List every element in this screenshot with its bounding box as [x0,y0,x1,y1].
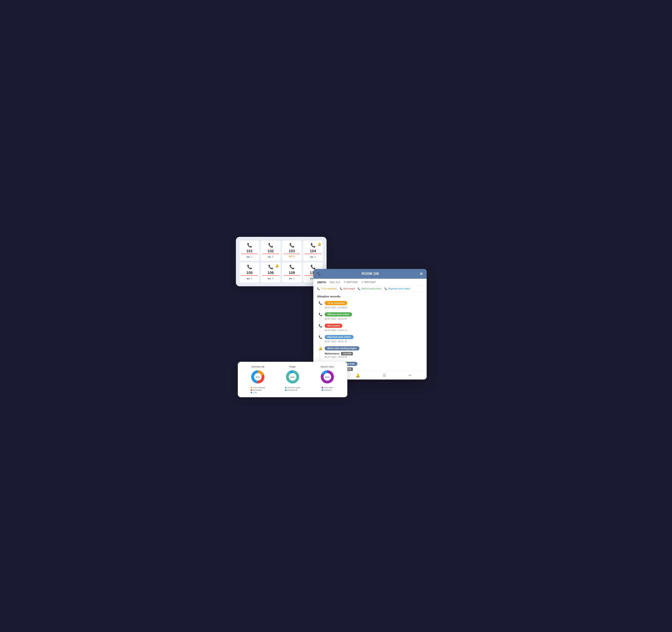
timeline-item-1: 📞Without work orders04-07-2022 › 04:51:0… [325,312,423,320]
bell-footer-icon[interactable]: 🔔 [356,373,360,378]
section-title: Situation records [317,295,423,298]
legend-dot-0-2 [250,392,252,393]
phone-icon-109: 📞 [289,264,294,270]
timeline-item-0: 📞To be contacted04-07-2022 › 06:56:59 [325,301,423,309]
checkin-date: ✈ 03/07/2022 [344,281,358,283]
modal-close-button[interactable]: ✕ [420,272,423,276]
bed-icon-109: 🛏 [289,277,292,280]
room-number-103: 103 [284,249,300,254]
room-number-101: 101 [241,249,258,254]
bed-icon-106: 🛏 [268,277,271,280]
room-info-102: 🛏2 [268,255,273,258]
status-not-located[interactable]: 📞 Not located [340,287,355,290]
status-to-be-contacted[interactable]: 📞 To be contacted [317,287,337,290]
legend-item-0-2: < 1/2 [250,391,265,394]
room-info-103: VIP 2 [289,255,295,258]
analytics-panel: Courtesy call 47.2% To be contacted Not … [238,362,347,397]
legend-item-2-1: Incidences [322,389,333,391]
status-badge-4: Work order tracking begins [325,346,359,350]
timeline-time-1: 04-07-2022 › 04:51:01 [325,318,423,320]
status-without-work-orders[interactable]: 📞 Without work orders [358,287,382,290]
room-card-102[interactable]: 📞102🛏2 [261,241,281,261]
bed-count-109: 1 [293,277,294,280]
phone-icon-110: 📞 [311,264,316,270]
room-number-106: 106 [262,271,279,276]
phone-blue-icon: 📞 [385,287,387,290]
modal-header: 📞 ROOM 106 ✕ [313,269,427,279]
room-number-105: 105 [241,271,258,276]
legend-item-2-0: Work orders [322,387,333,388]
timeline-icon-1: 📞 [319,313,322,316]
room-info-104: 🛏2 [310,255,316,258]
legend-label-1-1: Courtesy call [287,389,297,391]
modal-guest-info: SMITH PAX: 2+2 ✈ 03/07/2022 ✈ 06/07/2022 [313,279,427,286]
timeline-time-0: 04-07-2022 › 06:56:59 [325,306,423,309]
pie-svg-2: 83.2% [320,369,335,384]
analytics-grid: Courtesy call 47.2% To be contacted Not … [242,365,343,394]
chart-title-0: Courtesy call [251,365,264,368]
legend-item-0-0: To be contacted [250,387,265,388]
plane-arrive-icon: ✈ [344,281,345,283]
legend-item-1-1: Courtesy call [285,389,300,391]
room-card-101[interactable]: 📞101🛏1 [240,241,259,261]
pie-chart-2: 83.2% [320,369,335,385]
wo-dept-4: Maintenance [325,352,340,355]
legend-item-1-0: Direct from guest [285,387,300,388]
legend-dot-2-1 [322,389,323,391]
legend-dot-2-0 [322,387,323,388]
modal-body: Situation records 📞To be contacted04-07-… [313,292,427,371]
bed-icon-101: 🛏 [247,255,250,258]
chart-center-label-2: 83.2% [325,376,330,378]
phone-icon-105: 📞 [247,264,252,270]
pie-svg-1: 92.6% [285,369,300,384]
bed-count-101: 1 [251,255,252,258]
phone-icon-106: 📞 [268,264,273,270]
room-grid-panel: 📞101🛏1📞102🛏2📞103VIP 2📞104🔔🛏2📞105🛏1📞106🔔🛏… [236,237,327,286]
phone-red-icon: 📞 [340,287,343,290]
bed-count-102: 2 [272,255,273,258]
status-badge-1: Without work orders [325,312,352,317]
modal-phone-icon: 📞 [317,272,321,276]
phone-icon-101: 📞 [247,243,252,248]
status-badge-0: To be contacted [325,301,347,305]
room-card-105[interactable]: 📞105🛏1 [240,262,259,282]
main-scene: 📞101🛏1📞102🛏2📞103VIP 2📞104🔔🛏2📞105🛏1📞106🔔🛏… [232,231,440,401]
checkout-date: ✈ 06/07/2022 [361,281,376,283]
vip-beds-103: 2 [293,255,295,258]
timeline-icon-0: 📞 [319,301,322,305]
status-badge-3: Reported work orders [325,335,354,339]
pie-chart-0: 47.2% [250,369,265,385]
legend-item-0-1: Not located [250,389,265,391]
chart-legend-0: To be contacted Not located < 1/2 [250,387,265,394]
bed-icon-110: 🛏 [310,277,313,280]
timeline-time-3: 04-07-2022 › 04:51:45 [325,340,423,343]
list-icon[interactable]: ☰ [383,373,386,378]
chart-legend-1: Direct from guest Courtesy call [285,387,300,391]
chart-title-2: Guest's voice [320,365,334,368]
status-reported-work-orders[interactable]: 📞 Reported work orders [385,287,410,290]
modal-status-bar: 📞 To be contacted 📞 Not located 📞 Withou… [313,286,427,292]
phone-icon-102: 📞 [268,243,273,248]
pie-svg-0: 47.2% [250,369,265,384]
timeline-icon-2: 📞 [319,324,322,328]
bed-count-106: 2 [272,277,273,280]
chart-legend-2: Work orders Incidences [322,387,333,391]
room-card-104[interactable]: 📞104🔔🛏2 [303,241,323,261]
work-order-4: Maintenance 1224296 [325,352,423,355]
legend-label-1-0: Direct from guest [287,387,300,388]
legend-label-2-0: Work orders [324,387,333,388]
bed-icon-102: 🛏 [268,255,271,258]
legend-label-2-1: Incidences [324,389,332,391]
pax-info: PAX: 2+2 [330,281,340,284]
room-number-104: 104 [305,249,321,254]
timeline-icon-4: 🔔 [319,347,322,350]
room-card-109[interactable]: 📞109🛏1 [282,262,302,282]
phone-green-icon: 📞 [358,287,361,290]
status-badge-2: Not located [325,324,342,328]
bell-icon-104: 🔔 [317,242,321,246]
legend-dot-1-0 [285,387,287,388]
room-card-106[interactable]: 📞106🔔🛏2 [261,262,281,282]
legend-label-0-0: To be contacted [253,387,265,388]
room-card-103[interactable]: 📞103VIP 2 [282,241,302,261]
scissors-icon[interactable]: ✂ [409,373,412,378]
